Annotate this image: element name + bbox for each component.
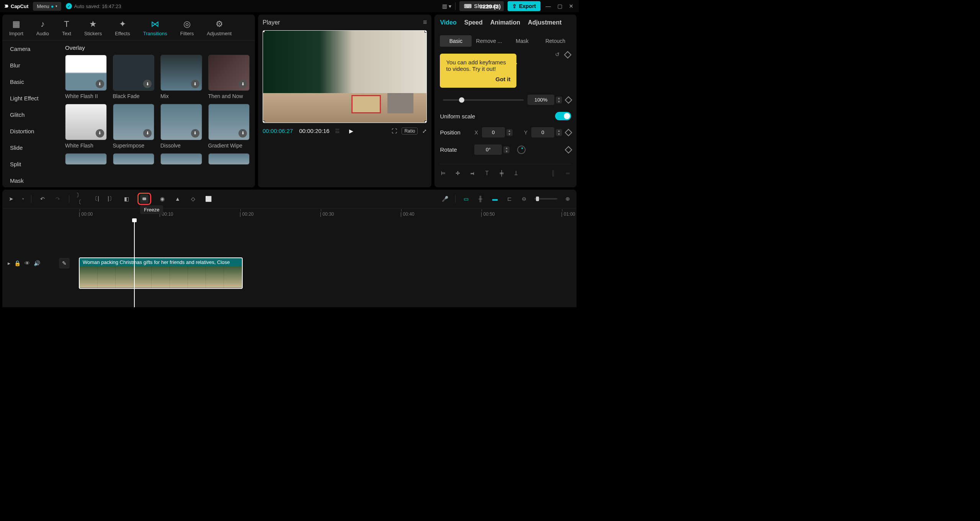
transition-thumb[interactable]: ⬇Dissolve xyxy=(160,104,202,148)
track-visible-icon[interactable]: 👁 xyxy=(24,260,30,266)
list-icon[interactable]: ☰ xyxy=(335,128,340,134)
zoom-slider-icon[interactable] xyxy=(534,198,557,200)
layout-icon[interactable]: ▥ ▾ xyxy=(442,3,451,9)
selection-handle[interactable] xyxy=(425,30,427,33)
transition-thumb[interactable] xyxy=(208,153,250,165)
top-tab-adjustment[interactable]: ⚙Adjustment xyxy=(204,18,235,40)
zoom-in-icon[interactable]: ⊕ xyxy=(564,195,572,203)
align-vcenter-icon[interactable]: ╪ xyxy=(498,170,505,177)
timeline-ruler[interactable]: | 00:00| 00:10| 00:20| 00:30| 00:40| 00:… xyxy=(2,208,577,219)
align-hcenter-icon[interactable]: ✛ xyxy=(454,170,461,177)
align-top-icon[interactable]: ⟙ xyxy=(483,170,490,177)
keyframe-icon[interactable] xyxy=(564,51,572,59)
scan-icon[interactable]: ⛶ xyxy=(392,128,397,134)
sub-tab-remove[interactable]: Remove ... xyxy=(473,35,505,47)
selection-handle[interactable] xyxy=(263,30,265,33)
pos-x-spinner[interactable]: ▲▼ xyxy=(506,129,513,136)
freeze-tool-icon[interactable]: Freeze xyxy=(140,195,149,203)
inspector-tab-animation[interactable]: Animation xyxy=(490,19,520,29)
redo-icon[interactable]: ↷ xyxy=(54,195,62,203)
download-icon[interactable]: ⬇ xyxy=(238,80,247,88)
sub-tab-retouch[interactable]: Retouch xyxy=(539,35,571,47)
scale-spinner[interactable]: ▲▼ xyxy=(556,97,562,103)
top-tab-effects[interactable]: ✦Effects xyxy=(112,18,133,40)
link-icon[interactable]: ╫ xyxy=(476,195,485,203)
snap-icon[interactable]: ▬ xyxy=(491,195,499,203)
distribute-v-icon[interactable]: ═ xyxy=(564,170,571,177)
download-icon[interactable]: ⬇ xyxy=(143,129,152,138)
magnet-icon[interactable]: ▭ xyxy=(462,195,470,203)
distribute-h-icon[interactable]: ║ xyxy=(550,170,557,177)
sub-tab-basic[interactable]: Basic xyxy=(440,35,472,47)
category-split[interactable]: Split xyxy=(5,156,57,172)
inspector-tab-video[interactable]: Video xyxy=(440,19,456,29)
export-button[interactable]: ⇧ Export xyxy=(508,1,541,11)
top-tab-filters[interactable]: ◎Filters xyxy=(177,18,197,40)
undo-icon[interactable]: ↶ xyxy=(38,195,47,203)
pointer-tool-icon[interactable]: ➤ xyxy=(7,195,15,203)
download-icon[interactable]: ⬇ xyxy=(238,129,247,138)
inspector-tab-adjustment[interactable]: Adjustment xyxy=(528,19,562,29)
align-left-icon[interactable]: ⊨ xyxy=(440,170,447,177)
scale-input[interactable] xyxy=(528,95,554,105)
top-tab-audio[interactable]: ♪Audio xyxy=(33,18,52,40)
timeline-tracks[interactable]: Woman packing Christmas gifts for her fr… xyxy=(70,219,577,307)
download-icon[interactable]: ⬇ xyxy=(96,129,104,138)
pos-y-spinner[interactable]: ▲▼ xyxy=(556,129,562,136)
rotate-spinner[interactable]: ▲▼ xyxy=(503,146,510,153)
rotate-tool-icon[interactable]: ◇ xyxy=(189,195,197,203)
sub-tab-mask[interactable]: Mask xyxy=(506,35,538,47)
position-y-input[interactable] xyxy=(531,127,554,138)
download-icon[interactable]: ⬇ xyxy=(96,80,104,88)
trim-right-icon[interactable]: |〕 xyxy=(107,195,115,203)
download-icon[interactable]: ⬇ xyxy=(191,80,199,88)
playhead[interactable] xyxy=(134,219,135,307)
fullscreen-icon[interactable]: ⤢ xyxy=(422,128,427,134)
transition-thumb[interactable]: ⬇White Flash xyxy=(65,104,107,148)
ratio-button[interactable]: Ratio xyxy=(402,128,418,134)
crop-icon[interactable]: ⬜ xyxy=(204,195,212,203)
marker-icon[interactable]: ⊏ xyxy=(505,195,514,203)
align-bottom-icon[interactable]: ⟘ xyxy=(513,170,519,177)
reset-icon[interactable]: ↺ xyxy=(555,51,560,58)
category-blur[interactable]: Blur xyxy=(5,57,57,74)
transition-thumb[interactable] xyxy=(113,153,155,165)
position-keyframe-icon[interactable] xyxy=(565,129,572,136)
selection-handle[interactable] xyxy=(263,121,265,123)
inspector-tab-speed[interactable]: Speed xyxy=(464,19,483,29)
video-clip[interactable]: Woman packing Christmas gifts for her fr… xyxy=(79,257,243,289)
reverse-icon[interactable]: ◉ xyxy=(158,195,167,203)
align-right-icon[interactable]: ⫤ xyxy=(469,170,476,177)
download-icon[interactable]: ⬇ xyxy=(143,80,152,88)
got-it-button[interactable]: Got it xyxy=(446,76,510,82)
category-slide[interactable]: Slide xyxy=(5,139,57,156)
edit-handle-icon[interactable]: ✎ xyxy=(59,258,70,269)
transition-thumb[interactable] xyxy=(65,153,107,165)
top-tab-import[interactable]: ▦Import xyxy=(6,18,26,40)
category-light-effect[interactable]: Light Effect xyxy=(5,90,57,106)
track-video-icon[interactable]: ▸ xyxy=(8,260,10,266)
transition-thumb[interactable]: ⬇White Flash II xyxy=(65,55,107,99)
category-distortion[interactable]: Distortion xyxy=(5,123,57,139)
play-button[interactable]: ▶ xyxy=(349,128,353,134)
transition-thumb[interactable]: ⬇Superimpose xyxy=(113,104,155,148)
top-tab-transitions[interactable]: ⋈Transitions xyxy=(140,18,170,40)
maximize-button[interactable]: ▢ xyxy=(556,2,564,10)
position-x-input[interactable] xyxy=(482,127,505,138)
scale-keyframe-icon[interactable] xyxy=(565,96,572,104)
minimize-button[interactable]: — xyxy=(544,2,552,10)
transition-thumb[interactable]: ⬇Black Fade xyxy=(113,55,155,99)
category-camera[interactable]: Camera xyxy=(5,41,57,57)
category-glitch[interactable]: Glitch xyxy=(5,106,57,123)
selection-handle[interactable] xyxy=(425,121,427,123)
mic-icon[interactable]: 🎤 xyxy=(441,195,449,203)
transition-thumb[interactable]: ⬇Mix xyxy=(160,55,202,99)
split-tool-icon[interactable]: 〕〔 xyxy=(76,195,85,203)
rotate-dial-icon[interactable] xyxy=(517,146,526,154)
uniform-scale-toggle[interactable] xyxy=(555,112,571,120)
category-mask[interactable]: Mask xyxy=(5,172,57,187)
mirror-icon[interactable]: ▲ xyxy=(173,195,182,203)
player-menu-icon[interactable]: ≡ xyxy=(423,18,427,26)
crop-tool-icon[interactable]: ◧ xyxy=(122,195,131,203)
track-lock-icon[interactable]: 🔒 xyxy=(14,260,21,266)
